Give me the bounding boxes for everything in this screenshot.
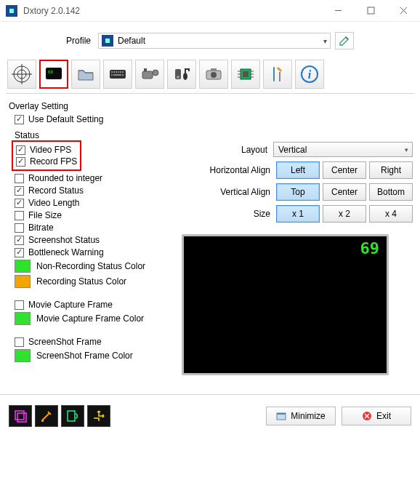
svg-rect-37 [273, 67, 275, 81]
svg-rect-11 [111, 71, 113, 73]
bitrate-checkbox[interactable]: Bitrate [15, 223, 174, 233]
svg-rect-18 [113, 74, 121, 76]
svg-rect-16 [122, 71, 124, 73]
video-length-checkbox[interactable]: Video Length [15, 198, 174, 208]
tool-button-rawcap[interactable] [87, 405, 110, 427]
screenshot-frame-color-label: ScreenShot Frame Color [36, 351, 133, 361]
svg-rect-44 [68, 411, 75, 421]
movie-capture-frame-color-label: Movie Capture Frame Color [36, 313, 144, 324]
svg-point-25 [183, 73, 187, 80]
svg-rect-1 [368, 7, 374, 14]
video-fps-checkbox[interactable]: Video FPS [16, 145, 77, 155]
file-size-checkbox[interactable]: File Size [15, 210, 174, 220]
screenshot-frame-color-swatch[interactable] [15, 349, 31, 362]
tool-button-audio-index[interactable] [61, 405, 84, 427]
non-recording-color-swatch[interactable] [15, 260, 31, 273]
svg-rect-17 [111, 74, 113, 76]
halign-left-button[interactable]: Left [276, 161, 320, 179]
minimize-window-button[interactable] [322, 0, 355, 22]
svg-text:i: i [308, 68, 312, 81]
tab-audio[interactable] [167, 60, 196, 89]
valign-label: Vertical Align [194, 187, 270, 197]
rounded-integer-checkbox[interactable]: Rounded to integer [15, 173, 174, 183]
halign-right-button[interactable]: Right [369, 161, 413, 179]
bottleneck-warning-checkbox[interactable]: Bottleneck Warning [15, 247, 174, 257]
valign-center-button[interactable]: Center [323, 183, 366, 201]
valign-top-button[interactable]: Top [276, 183, 320, 201]
window-title: Dxtory 2.0.142 [23, 6, 322, 16]
size-x2-button[interactable]: x 2 [323, 205, 366, 223]
movie-capture-frame-checkbox[interactable]: Movie Capture Frame [15, 300, 174, 310]
layout-select[interactable]: Vertical ▾ [273, 142, 413, 157]
halign-label: Horizontal Align [194, 165, 270, 175]
tab-screenshot[interactable] [199, 60, 228, 89]
record-fps-checkbox[interactable]: Record FPS [16, 156, 77, 167]
svg-rect-20 [142, 71, 153, 79]
screenshot-status-checkbox[interactable]: Screenshot Status [15, 235, 174, 245]
size-label: Size [194, 209, 270, 219]
tab-advanced[interactable] [263, 60, 292, 89]
use-default-setting-checkbox[interactable]: Use Default Setting [15, 114, 413, 124]
mode-toolbar: 69 i [0, 60, 420, 93]
screenshot-frame-checkbox[interactable]: ScreenShot Frame [15, 337, 174, 347]
svg-rect-28 [211, 68, 217, 71]
titlebar: Dxtory 2.0.142 [0, 0, 420, 22]
profile-row: Profile Default ▾ [0, 22, 420, 60]
bottom-bar: Minimize Exit [0, 401, 420, 434]
svg-rect-19 [122, 74, 124, 76]
valign-bottom-button[interactable]: Bottom [369, 183, 413, 201]
minimize-button[interactable]: Minimize [266, 407, 336, 425]
profile-label: Profile [66, 36, 91, 46]
highlighted-fps-options: Video FPS Record FPS [12, 140, 81, 171]
svg-rect-13 [116, 71, 117, 73]
size-x4-button[interactable]: x 4 [369, 205, 413, 223]
tab-processor[interactable] [231, 60, 260, 89]
svg-rect-14 [118, 71, 119, 73]
profile-icon [102, 35, 113, 47]
tab-folder[interactable] [71, 60, 100, 89]
app-icon [6, 5, 17, 17]
chevron-down-icon: ▾ [323, 37, 327, 45]
record-status-checkbox[interactable]: Record Status [15, 185, 174, 196]
non-recording-color-label: Non-Recording Status Color [36, 261, 145, 271]
section-title: Overlay Setting [9, 101, 413, 111]
svg-rect-38 [279, 72, 280, 81]
profile-edit-button[interactable] [335, 32, 354, 49]
chevron-down-icon: ▾ [405, 146, 408, 153]
svg-text:69: 69 [48, 69, 54, 74]
tab-target[interactable] [7, 60, 36, 89]
overlay-preview: 69 [182, 234, 389, 375]
tab-overlay[interactable]: 69 [39, 60, 68, 89]
layout-label: Layout [191, 145, 267, 155]
svg-rect-41 [15, 411, 24, 420]
tab-video[interactable] [135, 60, 164, 89]
halign-center-button[interactable]: Center [323, 161, 366, 179]
maximize-window-button[interactable] [355, 0, 387, 22]
svg-rect-43 [41, 420, 44, 422]
profile-selected: Default [118, 36, 319, 46]
use-default-label: Use Default Setting [28, 114, 103, 124]
svg-point-21 [153, 70, 158, 76]
close-window-button[interactable] [387, 0, 420, 22]
svg-point-27 [211, 72, 217, 78]
status-group-label: Status [15, 130, 174, 140]
svg-rect-12 [113, 71, 115, 73]
svg-rect-42 [17, 413, 26, 422]
svg-point-24 [177, 76, 179, 79]
tool-button-settings[interactable] [35, 405, 58, 427]
tool-button-overview[interactable] [9, 405, 32, 427]
tab-info[interactable]: i [295, 60, 324, 89]
exit-button[interactable]: Exit [342, 407, 411, 425]
svg-rect-22 [144, 68, 147, 71]
svg-rect-15 [120, 71, 121, 73]
tab-hotkey[interactable] [103, 60, 132, 89]
preview-fps-value: 69 [360, 239, 380, 257]
svg-rect-46 [277, 413, 286, 415]
recording-color-swatch[interactable] [15, 275, 31, 288]
size-x1-button[interactable]: x 1 [276, 205, 320, 223]
svg-rect-30 [243, 71, 249, 77]
profile-select[interactable]: Default ▾ [98, 33, 331, 49]
recording-color-label: Recording Status Color [36, 276, 126, 287]
movie-capture-frame-color-swatch[interactable] [15, 312, 31, 325]
